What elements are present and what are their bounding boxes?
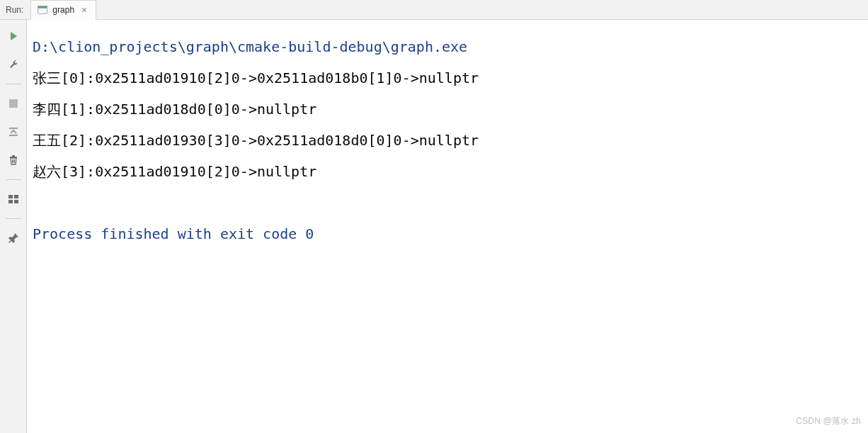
output-line: 李四[1]:0x2511ad018d0[0]0->nullptr [33, 101, 316, 118]
clear-all-button[interactable] [4, 151, 23, 169]
run-tool-window-body: D:\clion_projects\graph\cmake-build-debu… [0, 20, 868, 433]
svg-rect-14 [8, 200, 13, 203]
svg-rect-4 [9, 99, 18, 108]
scroll-to-top-icon [8, 126, 19, 137]
svg-rect-13 [14, 195, 18, 198]
run-tab-label: graph [52, 5, 74, 15]
close-icon[interactable]: × [80, 5, 88, 15]
pin-icon [8, 232, 19, 244]
output-line: 王五[2]:0x2511ad01930[3]0->0x2511ad018d0[0… [33, 132, 479, 149]
toolbar-separator [6, 84, 21, 84]
exit-message: Process finished with exit code 0 [33, 225, 314, 242]
app-file-icon [37, 4, 48, 16]
svg-marker-3 [11, 32, 17, 40]
trash-icon [8, 154, 19, 166]
output-line: 赵六[3]:0x2511ad01910[2]0->nullptr [33, 163, 316, 180]
run-tab-graph[interactable]: graph × [30, 0, 96, 20]
scroll-to-stack-button[interactable] [4, 123, 23, 141]
run-label: Run: [6, 5, 30, 15]
svg-rect-6 [9, 135, 18, 136]
pin-button[interactable] [4, 229, 23, 247]
stop-button[interactable] [4, 94, 23, 113]
svg-rect-12 [8, 195, 13, 198]
edit-config-button[interactable] [4, 55, 23, 74]
svg-rect-8 [12, 155, 15, 157]
watermark: CSDN @落水 zh [796, 415, 861, 427]
console-text: D:\clion_projects\graph\cmake-build-debu… [33, 31, 862, 249]
stop-icon [8, 99, 18, 108]
output-line: 张三[0]:0x2511ad01910[2]0->0x2511ad018b0[1… [33, 69, 479, 86]
svg-rect-15 [14, 200, 18, 203]
layout-button[interactable] [4, 190, 23, 208]
toolbar-separator [6, 179, 21, 180]
svg-rect-5 [9, 128, 18, 129]
rerun-button[interactable] [4, 27, 23, 45]
run-icon [8, 30, 19, 42]
run-left-toolbar [0, 20, 27, 433]
command-path: D:\clion_projects\graph\cmake-build-debu… [33, 38, 467, 55]
toolbar-separator [6, 218, 21, 219]
wrench-icon [8, 59, 19, 70]
console-output[interactable]: D:\clion_projects\graph\cmake-build-debu… [27, 20, 868, 433]
layout-icon [8, 193, 19, 205]
run-tool-window-header: Run: graph × [0, 0, 868, 20]
